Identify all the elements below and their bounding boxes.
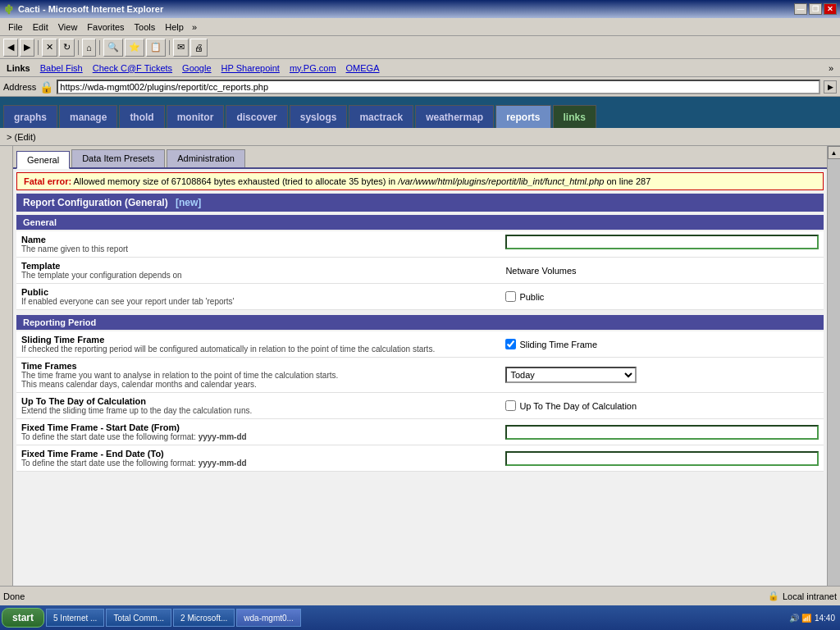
template-label: Template xyxy=(21,261,495,271)
tab-data-item-presets[interactable]: Data Item Presets xyxy=(71,149,165,167)
fixed-end-input[interactable] xyxy=(505,451,819,466)
address-go[interactable]: ▶ xyxy=(824,80,837,94)
menu-help[interactable]: Help xyxy=(160,21,189,34)
taskbar: start 5 Internet ... Total Comm... 2 Mic… xyxy=(0,605,840,630)
tab-general[interactable]: General xyxy=(16,151,70,169)
scroll-up-button[interactable]: ▲ xyxy=(828,146,841,159)
status-right: 🔒 Local intranet xyxy=(768,591,837,601)
menu-favorites[interactable]: Favorites xyxy=(82,21,129,34)
home-button[interactable]: ⌂ xyxy=(82,39,96,57)
print-button[interactable]: 🖨 xyxy=(190,39,208,57)
up-to-day-checkbox[interactable] xyxy=(505,400,516,411)
nav-tab-mactrack[interactable]: mactrack xyxy=(349,105,413,128)
zone-text: Local intranet xyxy=(783,591,837,601)
public-desc: If enabled everyone can see your report … xyxy=(21,297,495,306)
taskbar-item-3[interactable]: wda-mgmt0... xyxy=(236,609,301,627)
toolbar-sep1 xyxy=(38,40,39,55)
links-more[interactable]: » xyxy=(829,63,833,73)
stop-button[interactable]: ✕ xyxy=(42,39,57,57)
lock-icon: 🔒 xyxy=(39,80,53,94)
taskbar-time: 14:40 xyxy=(815,614,835,623)
taskbar-item-0[interactable]: 5 Internet ... xyxy=(46,609,104,627)
link-check-caf[interactable]: Check C@F Tickets xyxy=(93,63,172,73)
minimize-button[interactable]: — xyxy=(794,3,807,15)
menu-view[interactable]: View xyxy=(53,21,83,34)
nav-tab-monitor[interactable]: monitor xyxy=(167,105,225,128)
report-new-link[interactable]: [new] xyxy=(176,197,201,208)
fixed-start-label: Fixed Time Frame - Start Date (From) xyxy=(21,422,495,432)
time-frames-label: Time Frames xyxy=(21,361,495,371)
taskbar-item-2[interactable]: 2 Microsoft... xyxy=(173,609,235,627)
report-config-title: Report Configuration (General) xyxy=(23,197,168,208)
start-button[interactable]: start xyxy=(2,608,44,628)
content-area: General Data Item Presets Administration… xyxy=(13,146,827,630)
search-button[interactable]: 🔍 xyxy=(103,39,123,57)
nav-tab-graphs[interactable]: graphs xyxy=(3,105,57,128)
edit-bar: > (Edit) xyxy=(0,128,840,146)
mail-button[interactable]: ✉ xyxy=(173,39,189,57)
sliding-checkbox-label: Sliding Time Frame xyxy=(519,340,597,349)
address-label: Address xyxy=(3,82,36,92)
menu-tools[interactable]: Tools xyxy=(130,21,161,34)
history-button[interactable]: 📋 xyxy=(146,39,166,57)
back-button[interactable]: ◀ xyxy=(3,39,18,57)
time-frames-row: Time Frames The time frame you want to a… xyxy=(16,358,824,393)
taskbar-right: 🔊 📶 14:40 xyxy=(789,614,838,623)
error-path: /var/www/html/plugins/reportit/lib_int/f… xyxy=(398,176,604,186)
nav-tab-syslogs[interactable]: syslogs xyxy=(290,105,348,128)
start-label: start xyxy=(12,612,34,623)
up-to-day-desc: Extend the sliding time frame up to the … xyxy=(21,406,495,415)
main-layout: General Data Item Presets Administration… xyxy=(0,146,840,630)
fixed-end-label: Fixed Time Frame - End Date (To) xyxy=(21,449,495,459)
taskbar-item-1[interactable]: Total Comm... xyxy=(106,609,171,627)
links-toolbar: Links Babel Fish Check C@F Tickets Googl… xyxy=(0,59,840,77)
fixed-start-desc: To define the start date use the followi… xyxy=(21,432,495,441)
time-frames-select[interactable]: Today Yesterday This Week Last Week This… xyxy=(505,367,637,383)
refresh-button[interactable]: ↻ xyxy=(59,39,75,57)
general-form: Name The name given to this report Templ… xyxy=(16,231,824,310)
link-google[interactable]: Google xyxy=(182,63,211,73)
links-label: Links xyxy=(7,63,30,73)
link-hp-sharepoint[interactable]: HP Sharepoint xyxy=(221,63,280,73)
public-checkbox[interactable] xyxy=(505,291,516,302)
template-desc: The template your configuration depends … xyxy=(21,271,495,280)
nav-tab-manage[interactable]: manage xyxy=(59,105,117,128)
favorites-button[interactable]: ⭐ xyxy=(125,39,144,57)
close-button[interactable]: ✕ xyxy=(824,3,837,15)
scroll-track[interactable] xyxy=(828,159,840,630)
sidebar xyxy=(0,146,13,630)
menu-file[interactable]: File xyxy=(3,21,28,34)
error-suffix: on line 287 xyxy=(604,176,651,186)
menu-edit[interactable]: Edit xyxy=(28,21,53,34)
nav-tab-thold[interactable]: thold xyxy=(119,105,164,128)
address-bar: Address 🔒 ▶ xyxy=(0,77,840,97)
sliding-checkbox[interactable] xyxy=(505,339,516,349)
reporting-period-header: Reporting Period xyxy=(16,315,824,330)
template-row: Template The template your configuration… xyxy=(16,258,824,284)
nav-tab-reports[interactable]: reports xyxy=(495,105,550,128)
link-mypg[interactable]: my.PG.com xyxy=(290,63,336,73)
tab-bar: General Data Item Presets Administration xyxy=(13,146,827,169)
fixed-end-row: Fixed Time Frame - End Date (To) To defi… xyxy=(16,445,824,472)
name-input[interactable] xyxy=(505,235,819,249)
name-label: Name xyxy=(21,235,495,244)
nav-tab-discover[interactable]: discover xyxy=(226,105,287,128)
address-input[interactable] xyxy=(57,80,820,94)
toolbar-more[interactable]: » xyxy=(192,22,197,32)
time-frames-desc: The time frame you want to analyse in re… xyxy=(21,371,495,380)
fixed-start-input[interactable] xyxy=(505,425,819,440)
link-omega[interactable]: OMEGA xyxy=(346,63,380,73)
error-label: Fatal error: xyxy=(24,176,71,186)
sliding-time-frame-row: Sliding Time Frame If checked the report… xyxy=(16,331,824,358)
nav-tab-links[interactable]: links xyxy=(553,105,596,128)
forward-button[interactable]: ▶ xyxy=(20,39,34,57)
up-to-day-label: Up To The Day of Calculation xyxy=(21,396,495,406)
restore-button[interactable]: ❐ xyxy=(809,3,822,15)
window-title: Cacti - Microsoft Internet Explorer xyxy=(18,4,163,14)
tab-administration[interactable]: Administration xyxy=(167,149,245,167)
fixed-end-desc: To define the start date use the followi… xyxy=(21,459,495,468)
link-babelfish[interactable]: Babel Fish xyxy=(40,63,83,73)
nav-tab-weathermap[interactable]: weathermap xyxy=(415,105,494,128)
public-checkbox-label: Public xyxy=(519,292,544,302)
time-frames-desc2: This means calendar days, calendar month… xyxy=(21,380,495,389)
